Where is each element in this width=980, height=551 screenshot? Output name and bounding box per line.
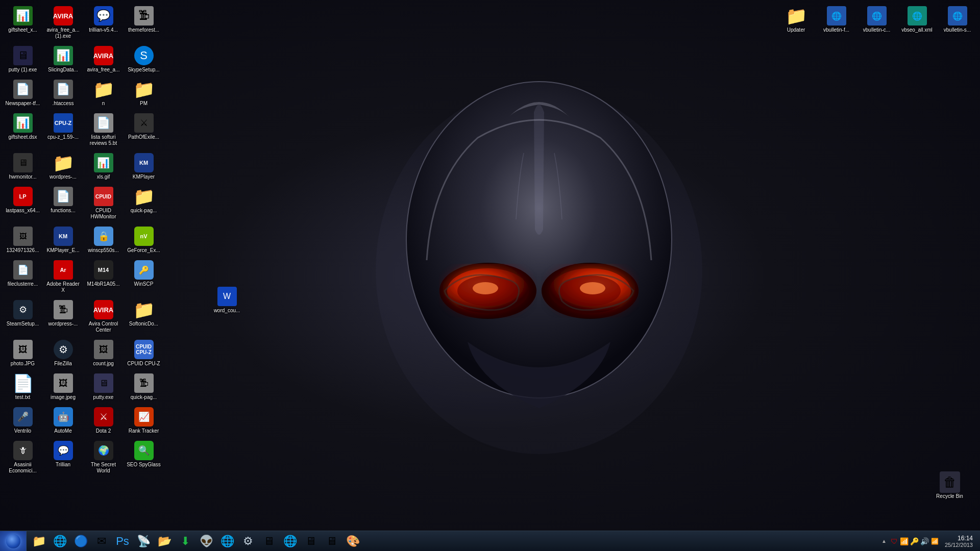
icon-cpuz[interactable]: CPU-Z cpu-z_1.59-... <box>44 111 82 148</box>
icon-vbulletin-f[interactable]: 🌐 vbulletin-f... <box>817 4 855 35</box>
icon-label: putty.exe <box>93 394 114 400</box>
taskbar-chrome[interactable]: 🔵 <box>70 532 91 551</box>
icon-ventrilo[interactable]: 🎤 Ventrilo <box>4 405 42 436</box>
icon-steam[interactable]: ⚙ FileZilla <box>44 337 82 369</box>
icon-giftsheet-dsx[interactable]: 📊 giftsheet.dsx <box>4 111 42 148</box>
icon-trillian2[interactable]: 💬 Trillian <box>44 438 82 476</box>
taskbar-explorer[interactable]: 📁 <box>29 532 49 551</box>
icon-folder-n[interactable]: 📁 n <box>84 77 122 109</box>
icon-wordpress[interactable]: 🗜 wordpress-... <box>44 297 82 335</box>
icon-slicingdata[interactable]: 📊 SlicingData... <box>44 43 82 75</box>
icon-winscp[interactable]: 🔑 WinSCP <box>125 258 163 295</box>
tray-icons: 🛡 📶 🔑 🔊 📶 <box>890 537 940 546</box>
icon-themeforest[interactable]: 🗜 themeforest... <box>125 4 163 41</box>
icon-label: AutoMe <box>54 428 71 434</box>
icon-lastpass[interactable]: LP lastpass_x64... <box>4 184 42 222</box>
icon-putty1[interactable]: 🖥 putty (1).exe <box>4 43 42 75</box>
icon-label: Ventrilo <box>14 428 31 434</box>
clock[interactable]: 16:14 25/12/2013 <box>942 535 976 548</box>
icon-label: vbulletin-c... <box>863 27 890 33</box>
icon-vbulletin-c[interactable]: 🌐 vbulletin-c... <box>857 4 896 35</box>
icon-autome[interactable]: 🤖 AutoMe <box>44 405 82 436</box>
icon-ranktracker[interactable]: 📈 Rank Tracker <box>125 405 163 436</box>
icon-adobe-reader[interactable]: Ar Adobe Reader X <box>44 258 82 295</box>
taskbar-totalcmd[interactable]: 📂 <box>154 532 175 551</box>
icon-kmplayer[interactable]: KM KMPlayer <box>125 151 163 182</box>
taskbar-ie[interactable]: 🌐 <box>50 532 70 551</box>
icon-lista[interactable]: 📄 lista softuri reviews 5.bt <box>84 111 122 148</box>
icon-photo-jpg[interactable]: 🖼 photo.JPG <box>4 337 42 369</box>
icon-newspaper[interactable]: 📄 Newspaper-tf... <box>4 77 42 109</box>
icon-label: avira_free_a... (1).exe <box>45 27 81 39</box>
icon-softonicdo[interactable]: 📁 SoftonicDo... <box>125 297 163 335</box>
icon-updater[interactable]: 📁 Updater <box>777 4 815 35</box>
icon-cpuid-hwmon[interactable]: CPUID CPUID HWMonitor <box>84 184 122 222</box>
taskbar-email[interactable]: ✉ <box>91 532 112 551</box>
icon-folder-quickpag[interactable]: 📁 quick-pag... <box>125 184 163 222</box>
taskbar-ie2[interactable]: 🌐 <box>280 532 300 551</box>
icon-secretworld[interactable]: 🌍 The Secret World <box>84 438 122 476</box>
icon-seospyglass[interactable]: 🔍 SEO SpyGlass <box>125 438 163 476</box>
icon-label: giftsheet_x... <box>8 27 37 33</box>
icon-label: vbulletin-s... <box>944 27 971 33</box>
icon-vbseo-all[interactable]: 🌐 vbseo_all.xml <box>898 4 936 35</box>
icon-geforce[interactable]: nV GeForce_Ex... <box>125 224 163 256</box>
icon-giftsheet[interactable]: 📊 giftsheet_x... <box>4 4 42 41</box>
taskbar-display[interactable]: 🖥 <box>322 532 342 551</box>
icon-kmplayer-e[interactable]: KM KMPlayer_E... <box>44 224 82 256</box>
tray-winscp[interactable]: 🔑 <box>910 537 919 546</box>
icon-dota2[interactable]: ⚔ Dota 2 <box>84 405 122 436</box>
tray-network[interactable]: 📶 <box>900 537 909 546</box>
start-button[interactable] <box>0 531 27 552</box>
icon-1324971326[interactable]: 🖼 1324971326... <box>4 224 42 256</box>
taskbar-filezilla[interactable]: 📡 <box>133 532 154 551</box>
start-orb <box>6 534 20 548</box>
icon-count-jpg[interactable]: 🖼 count.jpg <box>84 337 122 369</box>
icon-putty2[interactable]: 🖥 putty.exe <box>84 371 122 403</box>
taskbar-win8[interactable]: 🖥 <box>259 532 279 551</box>
taskbar-alienware[interactable]: 👽 <box>196 532 216 551</box>
taskbar-colormania[interactable]: 🎨 <box>342 532 363 551</box>
icon-hwmonitor[interactable]: 🖥 hwmonitor... <box>4 151 42 182</box>
icon-folder-pm[interactable]: 📁 PM <box>125 77 163 109</box>
icon-label: SlicingData... <box>48 67 78 73</box>
taskbar-utorrent[interactable]: ⬇ <box>175 532 195 551</box>
icon-recycle-bin[interactable]: 🗑 Recycle Bin <box>930 470 969 502</box>
icon-pathofexile[interactable]: ⚔ PathOfExile... <box>125 111 163 148</box>
icon-cpuid-cpuz[interactable]: CPUID CPU-Z CPUID CPU-Z <box>125 337 163 369</box>
icon-quickpag2[interactable]: 🗜 quick-pag... <box>125 371 163 403</box>
icon-steamsetup[interactable]: ⚙ SteamSetup... <box>4 297 42 335</box>
icon-fileclusterre[interactable]: 📄 fileclusterre... <box>4 258 42 295</box>
icon-m14br1a05[interactable]: M14 M14bR1A05... <box>84 258 122 295</box>
icon-vbulletin-s[interactable]: 🌐 vbulletin-s... <box>938 4 976 35</box>
icon-label: vbseo_all.xml <box>901 27 933 33</box>
tray-signal[interactable]: 📶 <box>930 537 940 546</box>
taskbar-network1[interactable]: 🌐 <box>217 532 237 551</box>
icon-label: winscp550s... <box>88 247 119 254</box>
icon-trillian[interactable]: 💬 trillian-v5.4... <box>84 4 122 41</box>
icon-htaccess[interactable]: 📄 .htaccess <box>44 77 82 109</box>
icon-test-txt[interactable]: 📄 test.txt <box>4 371 42 403</box>
icon-winscp550[interactable]: 🔒 winscp550s... <box>84 224 122 256</box>
icon-xlsgif[interactable]: 📊 xls.gif <box>84 151 122 182</box>
tray-expand-btn[interactable]: ▲ <box>880 538 888 544</box>
taskbar-photoshop[interactable]: Ps <box>112 532 133 551</box>
icon-label: Asasinii Economici... <box>5 462 41 474</box>
taskbar-rdp[interactable]: 🖥 <box>301 532 321 551</box>
tray-avira[interactable]: 🛡 <box>890 537 899 546</box>
icon-folder-wordpress[interactable]: 📁 wordpres-... <box>44 151 82 182</box>
tray-volume[interactable]: 🔊 <box>920 537 929 546</box>
icon-label: lista softuri reviews 5.bt <box>85 134 121 146</box>
icon-wordcou[interactable]: W word_cou... <box>208 284 246 316</box>
taskbar-steam[interactable]: ⚙ <box>238 532 258 551</box>
icon-asassinii[interactable]: 🗡 Asasinii Economici... <box>4 438 42 476</box>
icon-label: KMPlayer_E... <box>47 247 80 254</box>
icon-image-jpeg[interactable]: 🖼 image.jpeg <box>44 371 82 403</box>
icon-label: .htaccess <box>52 101 74 107</box>
icon-functions[interactable]: 📄 functions... <box>44 184 82 222</box>
icon-avira1[interactable]: AVIRA avira_free_a... (1).exe <box>44 4 82 41</box>
icon-avira2[interactable]: AVIRA avira_free_a... <box>84 43 122 75</box>
icon-label: wordpress-... <box>48 321 78 327</box>
icon-skypesetup[interactable]: S SkypeSetup... <box>125 43 163 75</box>
icon-avira-control[interactable]: AVIRA Avira Control Center <box>84 297 122 335</box>
